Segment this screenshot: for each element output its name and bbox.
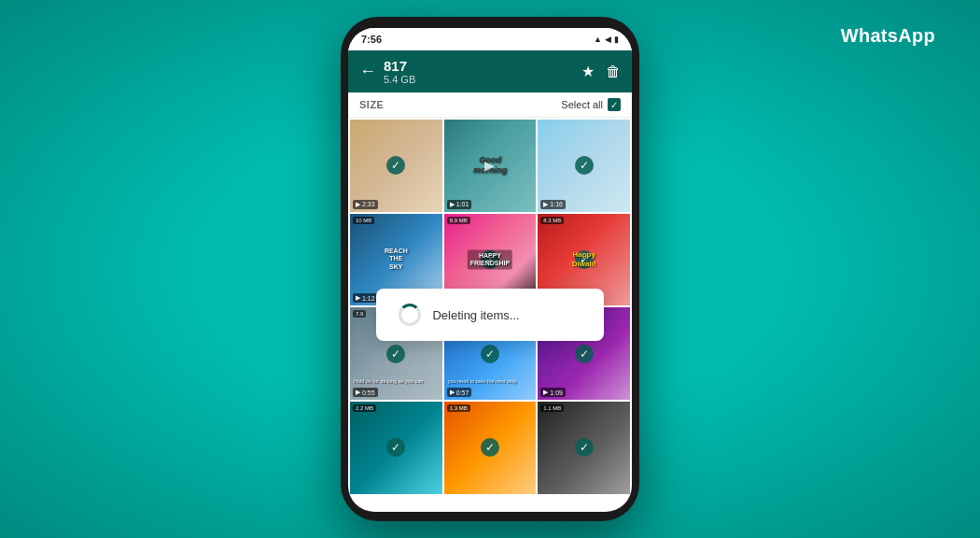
sort-label[interactable]: SIZE [359, 99, 384, 110]
filter-bar: SIZE Select all ✓ [348, 92, 632, 118]
status-time: 7:56 [361, 34, 382, 45]
select-all-label: Select all [561, 99, 603, 110]
phone-device: 7:56 ▲ ◀ ▮ ← 817 5.4 GB ★ 🗑 SIZE [341, 17, 639, 521]
signal-icon: ◀ [605, 35, 611, 44]
wifi-icon: ▲ [594, 35, 602, 44]
deleting-text: Deleting items... [432, 308, 519, 322]
header-title-main: 817 [384, 58, 415, 74]
select-all-control[interactable]: Select all ✓ [561, 98, 621, 111]
phone-screen: 7:56 ▲ ◀ ▮ ← 817 5.4 GB ★ 🗑 SIZE [348, 28, 632, 512]
battery-icon: ▮ [614, 35, 619, 44]
deleting-dialog: Deleting items... [376, 289, 603, 341]
star-icon[interactable]: ★ [581, 63, 595, 80]
header-right: ★ 🗑 [581, 63, 621, 80]
status-bar: 7:56 ▲ ◀ ▮ [348, 28, 632, 50]
header-title-group: 817 5.4 GB [384, 58, 415, 85]
delete-icon[interactable]: 🗑 [606, 64, 621, 80]
media-grid: ✓ ▶ 2:33 Goodmorning ▶ ▶ 1:01 ✓ [348, 118, 632, 512]
deleting-overlay: Deleting items... [348, 118, 632, 512]
app-header: ← 817 5.4 GB ★ 🗑 [348, 50, 632, 92]
header-title-sub: 5.4 GB [384, 74, 415, 85]
whatsapp-brand: WhatsApp [841, 25, 935, 47]
back-button[interactable]: ← [359, 62, 376, 81]
loading-spinner [399, 304, 421, 326]
status-icons: ▲ ◀ ▮ [594, 35, 619, 44]
select-all-checkbox[interactable]: ✓ [608, 98, 621, 111]
header-left: ← 817 5.4 GB [359, 58, 415, 85]
